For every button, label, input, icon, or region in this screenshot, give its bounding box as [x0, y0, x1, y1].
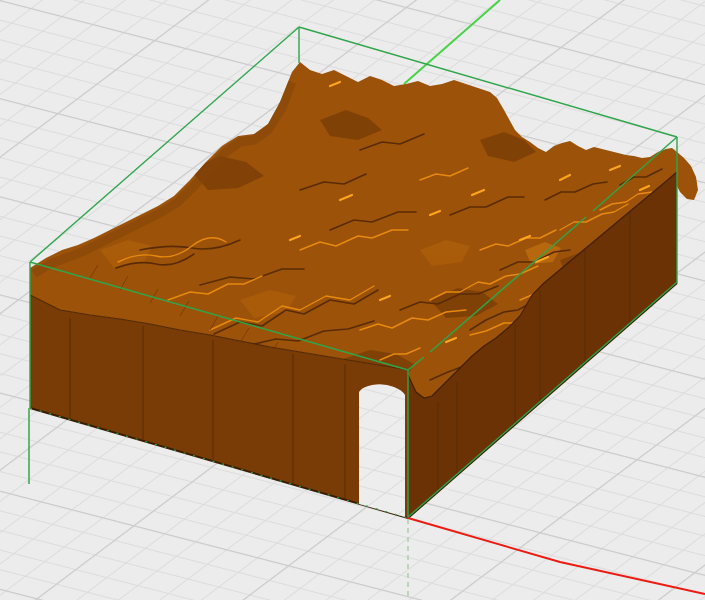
- front-wall-gap: [359, 384, 405, 517]
- viewport-window: [0, 0, 705, 600]
- viewport-canvas[interactable]: [0, 0, 705, 600]
